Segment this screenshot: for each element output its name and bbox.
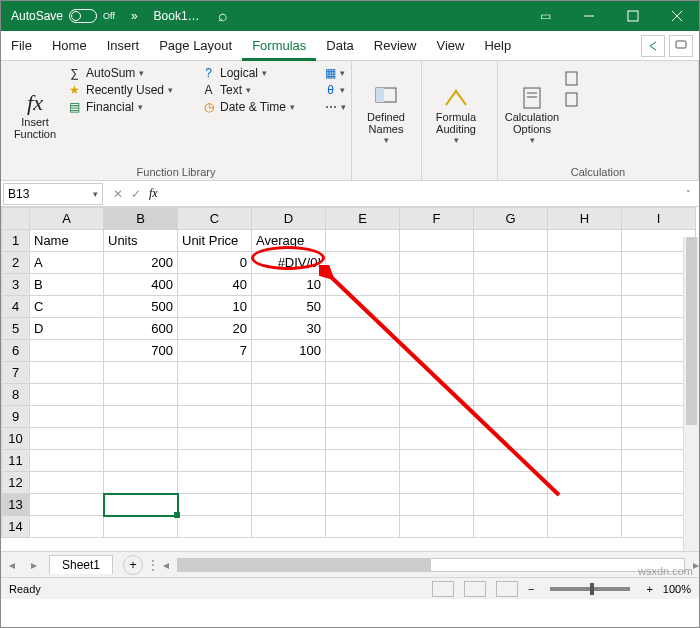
cell-C12[interactable] xyxy=(178,472,252,494)
cell-C14[interactable] xyxy=(178,516,252,538)
row-header-6[interactable]: 6 xyxy=(2,340,30,362)
cell-G4[interactable] xyxy=(474,296,548,318)
cell-D10[interactable] xyxy=(252,428,326,450)
more-fn-button[interactable]: ⋯ xyxy=(325,99,345,114)
cell-E10[interactable] xyxy=(326,428,400,450)
cell-B12[interactable] xyxy=(104,472,178,494)
cell-G8[interactable] xyxy=(474,384,548,406)
cancel-icon[interactable]: ✕ xyxy=(113,187,123,201)
cell-D12[interactable] xyxy=(252,472,326,494)
cell-H6[interactable] xyxy=(548,340,622,362)
cell-A10[interactable] xyxy=(30,428,104,450)
row-header-2[interactable]: 2 xyxy=(2,252,30,274)
cell-E11[interactable] xyxy=(326,450,400,472)
cell-H3[interactable] xyxy=(548,274,622,296)
cell-F3[interactable] xyxy=(400,274,474,296)
cell-C4[interactable]: 10 xyxy=(178,296,252,318)
cell-A4[interactable]: C xyxy=(30,296,104,318)
view-normal-button[interactable] xyxy=(432,581,454,597)
cell-H1[interactable] xyxy=(548,230,622,252)
cell-E6[interactable] xyxy=(326,340,400,362)
cell-G12[interactable] xyxy=(474,472,548,494)
maximize-button[interactable] xyxy=(611,1,655,31)
financial-button[interactable]: ▤Financial xyxy=(67,99,197,114)
row-header-8[interactable]: 8 xyxy=(2,384,30,406)
cell-A2[interactable]: A xyxy=(30,252,104,274)
calc-now-icon[interactable] xyxy=(564,71,579,86)
cell-D9[interactable] xyxy=(252,406,326,428)
tab-view[interactable]: View xyxy=(426,31,474,61)
cell-E2[interactable] xyxy=(326,252,400,274)
cell-G13[interactable] xyxy=(474,494,548,516)
cell-F14[interactable] xyxy=(400,516,474,538)
recently-used-button[interactable]: ★Recently Used xyxy=(67,82,197,97)
calc-sheet-icon[interactable] xyxy=(564,92,579,107)
cell-A3[interactable]: B xyxy=(30,274,104,296)
new-sheet-button[interactable]: + xyxy=(123,555,143,575)
cell-H5[interactable] xyxy=(548,318,622,340)
name-box[interactable]: B13 ▾ xyxy=(3,183,103,205)
insert-function-button[interactable]: fx Insert Function xyxy=(7,65,63,164)
lookup-button[interactable]: ▦ xyxy=(325,65,345,80)
col-header-C[interactable]: C xyxy=(178,208,252,230)
zoom-level[interactable]: 100% xyxy=(663,583,691,595)
cell-C8[interactable] xyxy=(178,384,252,406)
cell-H11[interactable] xyxy=(548,450,622,472)
sheet-nav-prev[interactable]: ◂ xyxy=(1,558,23,572)
col-header-F[interactable]: F xyxy=(400,208,474,230)
col-header-E[interactable]: E xyxy=(326,208,400,230)
qat-overflow[interactable]: » xyxy=(125,9,144,23)
cell-G10[interactable] xyxy=(474,428,548,450)
comments-button[interactable] xyxy=(669,35,693,57)
spreadsheet-grid[interactable]: ABCDEFGHI1NameUnitsUnit PriceAverage2A20… xyxy=(1,207,699,551)
cell-A7[interactable] xyxy=(30,362,104,384)
cell-F7[interactable] xyxy=(400,362,474,384)
cell-C2[interactable]: 0 xyxy=(178,252,252,274)
col-header-H[interactable]: H xyxy=(548,208,622,230)
cell-D4[interactable]: 50 xyxy=(252,296,326,318)
math-button[interactable]: θ xyxy=(325,82,345,97)
cell-H13[interactable] xyxy=(548,494,622,516)
logical-button[interactable]: ?Logical xyxy=(201,65,321,80)
cell-H8[interactable] xyxy=(548,384,622,406)
calc-options-button[interactable]: Calculation Options xyxy=(504,65,560,164)
view-page-layout-button[interactable] xyxy=(464,581,486,597)
defined-names-button[interactable]: Defined Names xyxy=(358,65,414,164)
cell-B14[interactable] xyxy=(104,516,178,538)
cell-F8[interactable] xyxy=(400,384,474,406)
cell-D6[interactable]: 100 xyxy=(252,340,326,362)
cell-H2[interactable] xyxy=(548,252,622,274)
cell-F13[interactable] xyxy=(400,494,474,516)
row-header-13[interactable]: 13 xyxy=(2,494,30,516)
horizontal-scrollbar[interactable] xyxy=(177,558,685,572)
cell-B1[interactable]: Units xyxy=(104,230,178,252)
cell-E3[interactable] xyxy=(326,274,400,296)
cell-F2[interactable] xyxy=(400,252,474,274)
cell-E13[interactable] xyxy=(326,494,400,516)
close-button[interactable] xyxy=(655,1,699,31)
col-header-B[interactable]: B xyxy=(104,208,178,230)
col-header-D[interactable]: D xyxy=(252,208,326,230)
text-button[interactable]: AText xyxy=(201,82,321,97)
row-header-1[interactable]: 1 xyxy=(2,230,30,252)
cell-A8[interactable] xyxy=(30,384,104,406)
cell-C5[interactable]: 20 xyxy=(178,318,252,340)
cell-D3[interactable]: 10 xyxy=(252,274,326,296)
cell-F12[interactable] xyxy=(400,472,474,494)
expand-bar-icon[interactable]: ˅ xyxy=(686,189,691,199)
cell-B2[interactable]: 200 xyxy=(104,252,178,274)
cell-H7[interactable] xyxy=(548,362,622,384)
tab-review[interactable]: Review xyxy=(364,31,427,61)
formula-auditing-button[interactable]: Formula Auditing xyxy=(428,65,484,164)
cell-A6[interactable] xyxy=(30,340,104,362)
cell-B9[interactable] xyxy=(104,406,178,428)
vertical-scrollbar[interactable] xyxy=(683,237,699,551)
cell-C11[interactable] xyxy=(178,450,252,472)
cell-C9[interactable] xyxy=(178,406,252,428)
row-header-7[interactable]: 7 xyxy=(2,362,30,384)
cell-F10[interactable] xyxy=(400,428,474,450)
cell-D5[interactable]: 30 xyxy=(252,318,326,340)
cell-G5[interactable] xyxy=(474,318,548,340)
row-header-5[interactable]: 5 xyxy=(2,318,30,340)
cell-G7[interactable] xyxy=(474,362,548,384)
